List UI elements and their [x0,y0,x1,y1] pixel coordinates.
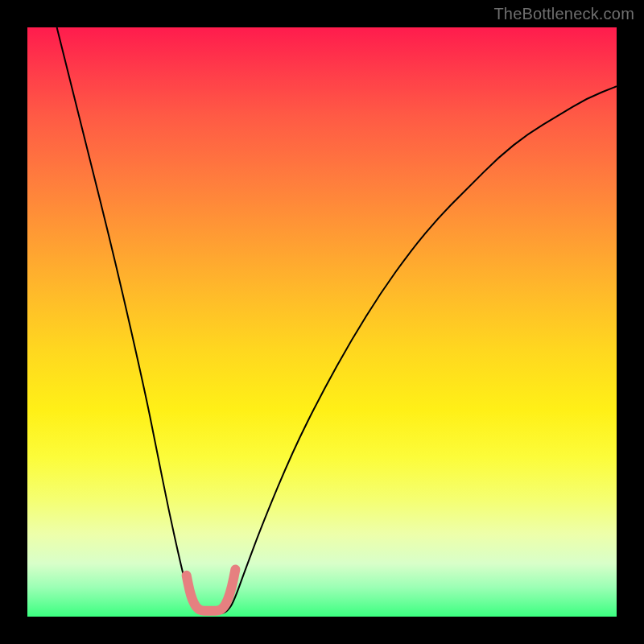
chart-frame: TheBottleneck.com [0,0,644,644]
watermark-text: TheBottleneck.com [493,5,634,23]
bottleneck-curve [57,27,617,613]
optimal-marker [187,569,236,610]
plot-area [27,27,617,617]
curve-layer [27,27,617,617]
